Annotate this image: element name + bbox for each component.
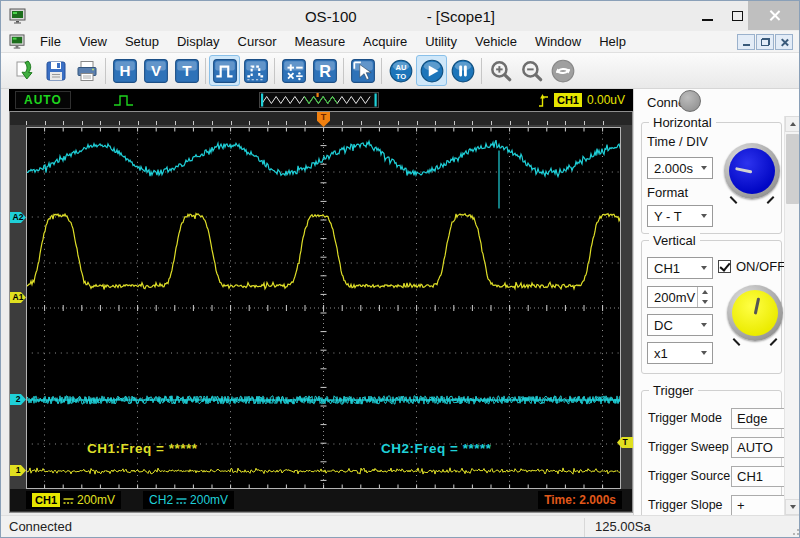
volt-scale-stepper[interactable]: 200mV [647, 286, 713, 308]
trigger-slope-select[interactable]: + [731, 495, 786, 515]
menu-window[interactable]: Window [526, 32, 590, 51]
zoom-out-button[interactable] [516, 55, 547, 86]
ch1-ground-marker[interactable]: 1 [10, 465, 26, 476]
mdi-close-button[interactable] [775, 34, 793, 50]
toolbar-separator [274, 58, 275, 84]
menu-view[interactable]: View [70, 32, 116, 51]
close-button[interactable] [748, 1, 800, 30]
coupling-select[interactable]: DC [647, 314, 713, 336]
document-app-icon [9, 34, 25, 49]
minimize-button[interactable] [693, 1, 721, 30]
pause-button[interactable] [447, 55, 478, 86]
trigger-mode-select[interactable]: Edge [731, 408, 786, 429]
vertical-knob[interactable] [727, 285, 783, 341]
scope-display[interactable]: T CH1:Freq = ***** CH2:Freq = ***** A2 A… [9, 111, 633, 513]
scrollbar-thumb[interactable] [786, 134, 799, 204]
panel-scrollbar[interactable] [784, 116, 800, 515]
chevron-down-icon [701, 266, 707, 270]
mdi-restore-icon [761, 38, 770, 46]
svg-text:AU: AU [395, 62, 406, 71]
toolbar-separator [381, 58, 382, 84]
time-div-select[interactable]: 2.000s [647, 157, 713, 179]
svg-text:TO: TO [395, 71, 405, 80]
horizontal-group: Horizontal Time / DIV 2.000s Format Y - … [641, 122, 782, 234]
transfer-icon [550, 58, 576, 84]
vertical-setup-button[interactable]: V [140, 55, 171, 86]
trigger-source-select[interactable]: CH1 [731, 466, 786, 487]
resize-grip[interactable] [793, 533, 795, 535]
save-button[interactable] [40, 55, 71, 86]
trigger-group-title: Trigger [649, 383, 698, 398]
trigger-row-label: Trigger Slope [648, 498, 723, 512]
format-select[interactable]: Y - T [647, 205, 713, 227]
t-icon: T [174, 58, 200, 84]
print-button[interactable] [71, 55, 102, 86]
trigger-readout: CH1 0.00uV [538, 89, 625, 111]
pulse-reference-button[interactable] [240, 55, 271, 86]
reference-button[interactable]: R [309, 55, 340, 86]
onoff-checkbox[interactable] [718, 260, 731, 273]
ch2-reference-marker-a2[interactable]: A2 [10, 212, 26, 223]
r-icon: R [312, 58, 338, 84]
scroll-down-button[interactable] [785, 499, 800, 515]
mdi-minimize-button[interactable] [737, 34, 755, 50]
menu-display[interactable]: Display [168, 32, 229, 51]
zoom-in-icon [488, 58, 514, 84]
channel-value: CH1 [654, 261, 680, 276]
window-subtitle: - [Scope1] [427, 8, 495, 25]
channel-select[interactable]: CH1 [647, 257, 713, 279]
mdi-minimize-icon [743, 44, 750, 46]
ch2-ground-marker[interactable]: 2 [10, 394, 26, 405]
stepper-buttons[interactable] [697, 287, 712, 307]
auto-set-button[interactable]: AU TO [385, 55, 416, 86]
step-up-icon [702, 290, 708, 294]
maximize-button[interactable] [723, 1, 751, 30]
trigger-sweep-select[interactable]: AUTO [731, 437, 786, 458]
mdi-restore-button[interactable] [756, 34, 774, 50]
menu-measure[interactable]: Measure [286, 32, 355, 51]
horizontal-group-title: Horizontal [649, 115, 716, 130]
onoff-row: ON/OFF [718, 259, 785, 274]
probe-select[interactable]: x1 [647, 342, 713, 364]
svg-text:T: T [182, 62, 192, 79]
horizontal-setup-button[interactable]: H [109, 55, 140, 86]
chevron-down-icon [701, 351, 707, 355]
menu-cursor[interactable]: Cursor [229, 32, 286, 51]
toolbar-separator [205, 58, 206, 84]
play-icon [419, 58, 445, 84]
scroll-up-button[interactable] [785, 116, 800, 132]
open-button[interactable] [9, 55, 40, 86]
horizontal-knob[interactable] [724, 143, 780, 199]
menu-utility[interactable]: Utility [416, 32, 466, 51]
format-label: Format [647, 185, 688, 200]
ch1-reference-marker-a1[interactable]: A1 [10, 292, 26, 303]
pulse-dashed-icon [243, 58, 269, 84]
run-button[interactable] [416, 55, 447, 86]
control-panel: Connect Horizontal Time / DIV 2.000s For… [633, 89, 800, 515]
zoom-in-button[interactable] [485, 55, 516, 86]
dc-coupling-icon [176, 496, 187, 505]
trigger-setup-button[interactable]: T [171, 55, 202, 86]
trigger-row-label: Trigger Source [648, 469, 730, 483]
ch1-scale-readout: CH1 200mV [26, 491, 121, 509]
time-div-value: 2.000s [654, 161, 693, 176]
preview-waveform [260, 93, 378, 107]
menu-file[interactable]: File [31, 32, 70, 51]
acquisition-mode-badge: AUTO [15, 91, 71, 109]
dc-coupling-icon [63, 496, 74, 505]
vertical-group: Vertical CH1 ON/OFF 200mV DC x1 [641, 240, 782, 374]
connect-button[interactable] [679, 90, 701, 112]
cursor-button[interactable] [347, 55, 378, 86]
math-button[interactable] [278, 55, 309, 86]
menu-bar: FileViewSetupDisplayCursorMeasureAcquire… [1, 31, 799, 53]
maximize-icon [732, 11, 743, 21]
menu-vehicle[interactable]: Vehicle [466, 32, 526, 51]
waveform-preview[interactable] [259, 92, 379, 108]
menu-items: FileViewSetupDisplayCursorMeasureAcquire… [31, 32, 635, 51]
transfer-button[interactable] [547, 55, 578, 86]
menu-setup[interactable]: Setup [116, 32, 168, 51]
menu-help[interactable]: Help [590, 32, 635, 51]
svg-text:H: H [119, 62, 130, 79]
pulse-display-button[interactable] [209, 55, 240, 86]
menu-acquire[interactable]: Acquire [354, 32, 416, 51]
